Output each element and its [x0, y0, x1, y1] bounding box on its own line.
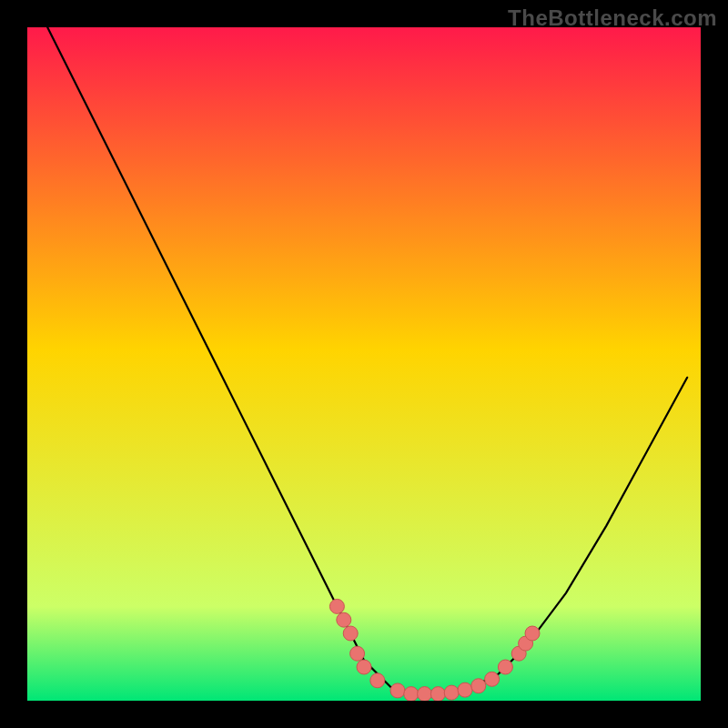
- curve-marker: [343, 626, 358, 641]
- gradient-background: [27, 27, 701, 701]
- chart-frame: TheBottleneck.com: [0, 0, 728, 728]
- curve-marker: [525, 626, 540, 641]
- curve-marker: [404, 687, 419, 701]
- curve-marker: [444, 685, 459, 700]
- curve-marker: [498, 660, 512, 674]
- curve-marker: [458, 682, 472, 697]
- chart-svg: [27, 27, 701, 701]
- curve-marker: [485, 672, 500, 686]
- curve-marker: [357, 660, 371, 674]
- curve-marker: [350, 646, 365, 661]
- curve-marker: [471, 679, 486, 693]
- curve-marker: [430, 687, 445, 701]
- curve-marker: [390, 683, 405, 698]
- curve-marker: [370, 673, 385, 688]
- curve-marker: [418, 687, 432, 701]
- curve-marker: [329, 599, 344, 613]
- plot-area: [27, 27, 701, 701]
- watermark-text: TheBottleneck.com: [508, 5, 717, 31]
- curve-marker: [337, 612, 351, 627]
